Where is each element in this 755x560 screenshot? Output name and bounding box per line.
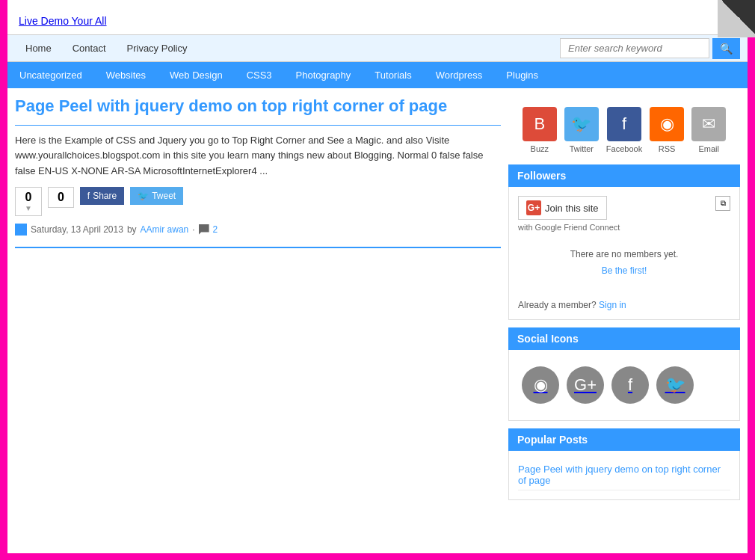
followers-already: Already a member? Sign in — [518, 300, 730, 310]
sidebar-buzz-link[interactable]: B Buzz — [523, 107, 557, 153]
post-date: Saturday, 13 April 2013 — [31, 224, 123, 235]
cat-css3[interactable]: CSS3 — [235, 62, 284, 88]
post-body: Here is the Example of CSS and Jquery yo… — [15, 133, 501, 179]
sidebar-social-top: B Buzz 🐦 Twitter f Facebook ◉ RSS — [508, 96, 740, 164]
sidebar-email-link[interactable]: ✉ Email — [691, 107, 726, 153]
tweet-icon: 🐦 — [138, 191, 149, 201]
cat-websites[interactable]: Websites — [94, 62, 158, 88]
vote-box-2[interactable]: 0 — [48, 187, 74, 208]
email-label: Email — [698, 144, 719, 153]
followers-title: Followers — [508, 164, 740, 187]
social-icons-body: ◉ G+ f 🐦 — [508, 350, 740, 421]
sidebar-twitter-link[interactable]: 🐦 Twitter — [564, 107, 599, 153]
circle-fb-icon: f — [611, 366, 649, 404]
site-title: Live Demo Your All — [19, 15, 107, 27]
nav-contact[interactable]: Contact — [62, 35, 117, 61]
circle-tw-link[interactable]: 🐦 — [656, 366, 694, 404]
post-actions: 0 ▼ 0 f Share 🐦 Tweet — [15, 187, 501, 216]
site-title-link[interactable]: Live Demo Your All — [19, 15, 107, 27]
share-icon: f — [87, 191, 90, 201]
nav-links: Home Contact Privacy Policy — [15, 35, 197, 61]
sign-in-link[interactable]: Sign in — [599, 300, 626, 310]
nav-bar: Home Contact Privacy Policy 🔍 — [7, 34, 748, 62]
cat-tutorials[interactable]: Tutorials — [363, 62, 423, 88]
dot-separator: · — [192, 224, 194, 235]
comment-count[interactable]: 2 — [213, 224, 218, 235]
circle-fb-link[interactable]: f — [611, 366, 649, 404]
category-bar: Uncategorized Websites Web Design CSS3 P… — [7, 62, 748, 88]
social-icons-section: Social Icons ◉ G+ f — [508, 327, 740, 421]
buzz-label: Buzz — [531, 144, 549, 153]
post-footer-line — [15, 247, 501, 248]
post-divider — [15, 125, 501, 126]
google-friend-text: with Google Friend Connect — [518, 223, 620, 232]
popular-posts-body: Page Peel with jquery demo on top right … — [508, 451, 740, 500]
copy-icon[interactable]: ⧉ — [715, 196, 730, 211]
tweet-button[interactable]: 🐦 Tweet — [130, 187, 183, 205]
already-member-text: Already a member? — [518, 300, 597, 310]
followers-body: G+ Join this site with Google Friend Con… — [508, 187, 740, 320]
site-header: Live Demo Your All — [7, 0, 748, 34]
rss-top-icon: ◉ — [650, 107, 684, 141]
search-area: 🔍 — [560, 38, 740, 59]
cat-webdesign[interactable]: Web Design — [158, 62, 235, 88]
circle-tw-icon: 🐦 — [656, 366, 694, 404]
circle-rss-icon: ◉ — [522, 366, 559, 404]
popular-posts-title: Popular Posts — [508, 428, 740, 451]
share-button[interactable]: f Share — [80, 187, 124, 205]
cat-uncategorized[interactable]: Uncategorized — [7, 62, 94, 88]
circle-gplus-icon: G+ — [567, 366, 604, 404]
join-icon: G+ — [526, 200, 541, 215]
post-author[interactable]: AAmir awan — [141, 224, 189, 235]
email-top-icon: ✉ — [691, 107, 726, 141]
popular-posts-section: Popular Posts Page Peel with jquery demo… — [508, 428, 740, 500]
cat-photography[interactable]: Photography — [284, 62, 363, 88]
facebook-label: Facebook — [606, 144, 642, 153]
twitter-label: Twitter — [570, 144, 594, 153]
nav-home[interactable]: Home — [15, 35, 62, 61]
twitter-top-icon: 🐦 — [564, 107, 599, 141]
social-circles: ◉ G+ f 🐦 — [518, 359, 730, 411]
vote-arrow-1: ▼ — [25, 204, 32, 212]
circle-rss-link[interactable]: ◉ — [522, 366, 559, 404]
social-icons-title: Social Icons — [508, 327, 740, 350]
be-first-link[interactable]: Be the first! — [602, 265, 647, 276]
vote-box-1[interactable]: 0 ▼ — [15, 187, 42, 216]
circle-gplus-link[interactable]: G+ — [567, 366, 604, 404]
sidebar-facebook-link[interactable]: f Facebook — [606, 107, 642, 153]
page-peel-corner — [718, 0, 755, 37]
join-label: Join this site — [545, 203, 599, 214]
vote-count-2: 0 — [58, 191, 64, 204]
by-text: by — [127, 224, 137, 235]
main-content: Page Peel with jquery demo on top right … — [15, 96, 508, 508]
calendar-icon — [15, 224, 27, 236]
cat-wordpress[interactable]: Wordpress — [424, 62, 495, 88]
no-members-text: There are no members yet. — [570, 249, 679, 259]
share-label: Share — [93, 191, 117, 201]
popular-post-item-1[interactable]: Page Peel with jquery demo on top right … — [518, 460, 730, 490]
nav-privacy[interactable]: Privacy Policy — [117, 35, 198, 61]
comment-icon — [199, 224, 209, 235]
facebook-top-icon: f — [607, 107, 641, 141]
sidebar: B Buzz 🐦 Twitter f Facebook ◉ RSS — [508, 96, 740, 508]
content-wrapper: Page Peel with jquery demo on top right … — [7, 88, 748, 515]
search-button[interactable]: 🔍 — [712, 38, 740, 59]
vote-count-1: 0 — [25, 191, 32, 204]
join-site-button[interactable]: G+ Join this site — [518, 196, 607, 220]
buzz-icon: B — [523, 107, 557, 141]
search-input[interactable] — [560, 38, 709, 58]
rss-label: RSS — [659, 144, 676, 153]
tweet-label: Tweet — [152, 191, 176, 201]
sidebar-rss-link[interactable]: ◉ RSS — [650, 107, 684, 153]
followers-empty: There are no members yet. Be the first! — [518, 232, 730, 294]
followers-section: Followers G+ Join this site with Google … — [508, 164, 740, 320]
cat-plugins[interactable]: Plugins — [494, 62, 550, 88]
post-meta: Saturday, 13 April 2013 by AAmir awan · … — [15, 224, 501, 236]
post-title[interactable]: Page Peel with jquery demo on top right … — [15, 96, 501, 117]
